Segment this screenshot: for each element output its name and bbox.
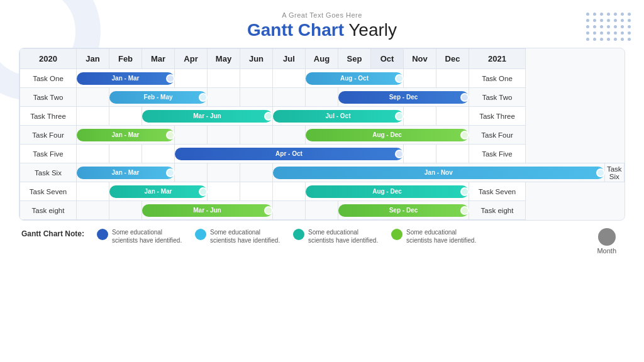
bar-cell-row6-col7: Aug - Dec: [306, 182, 469, 201]
empty-cell-row2-col0: [77, 107, 109, 126]
header-title: Gantt Chart Yearly: [19, 20, 625, 40]
month-header-feb: Feb: [109, 49, 142, 69]
empty-cell-row4-col11: [436, 145, 469, 163]
gantt-chart: 2020JanFebMarAprMayJunJulAugSepOctNovDec…: [19, 48, 625, 221]
empty-cell-row5-col5: [240, 163, 273, 182]
bar-cell-row0-col0: Jan - Mar: [77, 69, 175, 88]
task-label-3: Task Four: [20, 126, 77, 145]
empty-cell-row0-col4: [208, 69, 240, 88]
gantt-bar-jan-mar: Jan - Mar: [109, 185, 207, 198]
empty-cell-row2-col10: [404, 107, 436, 126]
legend-dot-0: [97, 229, 108, 240]
bar-cell-row5-col0: Jan - Mar: [77, 163, 175, 182]
table-row: Task TwoFeb - MaySep - DecTask Two: [20, 88, 625, 107]
month-header-jun: Jun: [240, 49, 273, 69]
table-row: Task OneJan - MarAug - OctTask One: [20, 69, 625, 88]
legend-item-0: Some educational scientists have identif…: [97, 228, 185, 244]
month-marker: Month: [597, 228, 623, 255]
month-header-mar: Mar: [142, 49, 175, 69]
gantt-bar-aug-dec: Aug - Dec: [306, 129, 469, 141]
gantt-bar-jan-mar: Jan - Mar: [77, 72, 174, 85]
bar-cell-row7-col2: Mar - Jun: [142, 201, 273, 220]
task-right-label-3: Task Four: [469, 126, 526, 145]
table-row: Task SixJan - MarJan - NovTask Six: [20, 163, 625, 182]
month-header-may: May: [208, 49, 240, 69]
year-right-header: 2021: [469, 49, 526, 69]
gantt-bar-sep-dec: Sep - Dec: [338, 204, 469, 217]
bar-cell-row0-col7: Aug - Oct: [306, 69, 404, 88]
task-right-label-7: Task eight: [469, 201, 526, 220]
gantt-bar-mar-jun: Mar - Jun: [142, 110, 272, 123]
gantt-bar-sep-dec: Sep - Dec: [338, 91, 469, 104]
empty-cell-row0-col5: [240, 69, 273, 88]
month-header-apr: Apr: [175, 49, 208, 69]
empty-cell-row6-col5: [240, 182, 273, 201]
legend-item-3: Some educational scientists have identif…: [391, 228, 479, 244]
legend-text-1: Some educational scientists have identif…: [210, 228, 283, 244]
task-right-label-4: Task Five: [469, 145, 526, 163]
empty-cell-row3-col3: [175, 126, 208, 145]
gantt-bar-aug-dec: Aug - Dec: [306, 185, 469, 198]
empty-cell-row7-col0: [77, 201, 109, 220]
task-label-1: Task Two: [20, 88, 77, 107]
legend-dot-2: [293, 229, 304, 240]
empty-cell-row6-col6: [273, 182, 306, 201]
bar-cell-row3-col7: Aug - Dec: [306, 126, 469, 145]
chart-footer: Gantt Chart Note: Some educational scien…: [19, 226, 625, 255]
table-row: Task ThreeMar - JunJul - OctTask Three: [20, 107, 625, 126]
empty-cell-row0-col6: [273, 69, 306, 88]
task-right-label-5: Task Six: [604, 163, 624, 182]
bar-cell-row2-col6: Jul - Oct: [273, 107, 404, 126]
legend-container: Some educational scientists have identif…: [97, 228, 597, 244]
empty-cell-row1-col5: [240, 88, 273, 107]
empty-cell-row4-col10: [404, 145, 436, 163]
month-header-sep: Sep: [338, 49, 371, 69]
legend-item-1: Some educational scientists have identif…: [195, 228, 283, 244]
table-row: Task SevenJan - MarAug - DecTask Seven: [20, 182, 625, 201]
legend-text-0: Some educational scientists have identif…: [112, 228, 185, 244]
gantt-bar-jan-mar: Jan - Mar: [77, 167, 174, 179]
bar-cell-row6-col1: Jan - Mar: [109, 182, 208, 201]
empty-cell-row2-col11: [436, 107, 469, 126]
empty-cell-row3-col4: [208, 126, 240, 145]
footer-note-label: Gantt Chart Note:: [21, 228, 97, 238]
empty-cell-row7-col7: [306, 201, 338, 220]
task-label-0: Task One: [20, 69, 77, 88]
gantt-bar-jan-mar: Jan - Mar: [77, 129, 174, 141]
task-label-4: Task Five: [20, 145, 77, 163]
table-row: Task eightMar - JunSep - DecTask eight: [20, 201, 625, 220]
legend-item-2: Some educational scientists have identif…: [293, 228, 381, 244]
legend-dot-1: [195, 229, 206, 240]
table-row: Task FiveApr - OctTask Five: [20, 145, 625, 163]
empty-cell-row7-col1: [109, 201, 142, 220]
header-title-blue: Gantt Chart: [247, 20, 344, 40]
empty-cell-row6-col4: [208, 182, 240, 201]
legend-text-3: Some educational scientists have identif…: [406, 228, 479, 244]
header-subtitle: A Great Text Goes Here: [19, 11, 625, 19]
month-label: Month: [597, 247, 616, 255]
month-header-jul: Jul: [273, 49, 306, 69]
legend-dot-3: [391, 229, 402, 240]
task-right-label-2: Task Three: [469, 107, 526, 126]
month-header-aug: Aug: [306, 49, 338, 69]
bar-cell-row3-col0: Jan - Mar: [77, 126, 175, 145]
empty-cell-row6-col0: [77, 182, 109, 201]
empty-cell-row3-col6: [273, 126, 306, 145]
empty-cell-row1-col0: [77, 88, 109, 107]
bar-cell-row4-col3: Apr - Oct: [175, 145, 404, 163]
empty-cell-row0-col11: [436, 69, 469, 88]
month-header-jan: Jan: [77, 49, 109, 69]
empty-cell-row3-col5: [240, 126, 273, 145]
table-row: Task FourJan - MarAug - DecTask Four: [20, 126, 625, 145]
bar-cell-row5-col6: Jan - Nov: [273, 163, 605, 182]
empty-cell-row1-col6: [273, 88, 306, 107]
empty-cell-row5-col4: [208, 163, 240, 182]
gantt-bar-feb-may: Feb - May: [109, 91, 207, 104]
gantt-bar-mar-jun: Mar - Jun: [142, 204, 272, 217]
header-title-normal: Yearly: [344, 20, 397, 40]
empty-cell-row7-col6: [273, 201, 306, 220]
task-label-5: Task Six: [20, 163, 77, 182]
empty-cell-row0-col10: [404, 69, 436, 88]
year-left-header: 2020: [20, 49, 77, 69]
bar-cell-row1-col8: Sep - Dec: [338, 88, 469, 107]
